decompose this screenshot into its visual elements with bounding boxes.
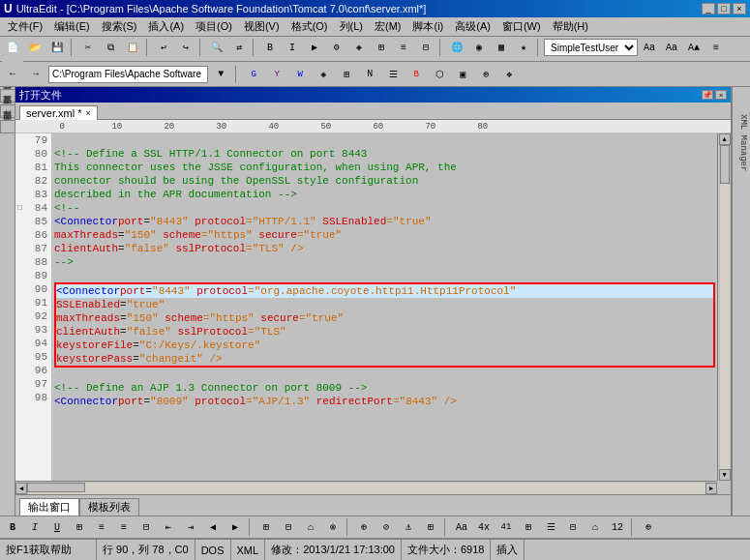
fmt-indent1[interactable]: ⊞ xyxy=(69,517,90,537)
tb-btn18[interactable]: ◈ xyxy=(313,65,334,84)
tb-btn1[interactable]: B xyxy=(259,38,281,57)
menu-file[interactable]: 文件(F) xyxy=(2,17,48,36)
tb-btn20[interactable]: N xyxy=(359,65,380,84)
fmt-btn12[interactable]: ⊞ xyxy=(420,517,441,537)
fmt-btn4[interactable]: ▶ xyxy=(225,517,246,537)
open-button[interactable]: 📂 xyxy=(24,38,45,57)
fmt-btn10[interactable]: ⊘ xyxy=(375,517,397,537)
fmt-btn20[interactable]: 12 xyxy=(607,517,628,537)
fmt-btn16[interactable]: ⊞ xyxy=(518,517,539,537)
tb-btn13[interactable]: Aa xyxy=(639,38,660,57)
fmt-btn21[interactable]: ⊕ xyxy=(638,517,659,537)
scroll-track-h[interactable] xyxy=(27,483,705,494)
fmt-btn5[interactable]: ⊞ xyxy=(255,517,277,537)
tb-btn4[interactable]: ⚙ xyxy=(326,38,347,57)
tb-btn2[interactable]: I xyxy=(282,38,303,57)
tb-btn9[interactable]: 🌐 xyxy=(446,38,467,57)
fmt-btn17[interactable]: ☰ xyxy=(540,517,561,537)
fmt-btn2[interactable]: ⇥ xyxy=(180,517,201,537)
simplified-chinese-label[interactable]: 简体中文 xyxy=(732,87,750,95)
path-btn2[interactable]: → xyxy=(25,65,46,84)
scroll-left-button[interactable]: ◀ xyxy=(15,483,27,494)
fmt-underline[interactable]: U xyxy=(46,517,68,537)
tb-btn3[interactable]: ▶ xyxy=(304,38,325,57)
tb-btn25[interactable]: ⊕ xyxy=(475,65,496,84)
tb-btn19[interactable]: ⊞ xyxy=(336,65,357,84)
user-dropdown[interactable]: SimpleTestUser xyxy=(544,39,638,56)
maximize-button[interactable]: □ xyxy=(717,3,731,15)
tb-btn14[interactable]: Aa xyxy=(661,38,682,57)
menu-edit[interactable]: 编辑(E) xyxy=(48,17,96,36)
fmt-btn8[interactable]: ⊗ xyxy=(322,517,344,537)
resource-manager-label[interactable]: 资源管理 xyxy=(0,104,15,118)
menu-format[interactable]: 格式(O) xyxy=(285,17,334,36)
tab-server-xml[interactable]: server.xml * × xyxy=(19,105,98,120)
tab-template[interactable]: 模板列表 xyxy=(79,498,139,516)
paste-button[interactable]: 📋 xyxy=(122,38,143,57)
code-content[interactable]: <!-- Define a SSL HTTP/1.1 Connector on … xyxy=(52,133,717,481)
tb-btn12[interactable]: ★ xyxy=(513,38,534,57)
panel-close-button[interactable]: × xyxy=(715,90,727,100)
cut-button[interactable]: ✂ xyxy=(77,38,99,57)
new-button[interactable]: 📄 xyxy=(2,38,23,57)
tab-close-button[interactable]: × xyxy=(85,108,90,118)
fmt-btn6[interactable]: ⊟ xyxy=(278,517,299,537)
tb-btn10[interactable]: ◉ xyxy=(468,38,490,57)
vertical-scrollbar[interactable]: ▲ ▼ xyxy=(717,133,731,481)
tb-btn11[interactable]: ▦ xyxy=(491,38,512,57)
fmt-indent4[interactable]: ⊟ xyxy=(135,517,157,537)
close-button[interactable]: × xyxy=(733,3,746,15)
tb-btn26[interactable]: ❖ xyxy=(498,65,520,84)
panel-pin-button[interactable]: 📌 xyxy=(702,90,713,100)
menu-help[interactable]: 帮助(H) xyxy=(547,17,594,36)
fmt-btn14[interactable]: 4x xyxy=(473,517,495,537)
scroll-thumb-v[interactable] xyxy=(720,145,730,184)
tb-google[interactable]: G xyxy=(243,65,264,84)
menu-column[interactable]: 列(L) xyxy=(334,17,369,36)
menu-advanced[interactable]: 高级(A) xyxy=(449,17,496,36)
tb-yahoo[interactable]: Y xyxy=(266,65,287,84)
tb-word[interactable]: W xyxy=(289,65,311,84)
gallery-dict-label[interactable]: 图库字典 xyxy=(732,103,750,110)
traditional-chinese-label[interactable]: 繁体中文 xyxy=(732,95,750,103)
xml-manager-label[interactable]: XML Manager xyxy=(732,110,750,516)
fmt-btn11[interactable]: ⚓ xyxy=(398,517,419,537)
fmt-btn9[interactable]: ⊕ xyxy=(353,517,375,537)
path-input[interactable]: C:\Program Files\Apache Software ▼ xyxy=(48,66,208,83)
menu-search[interactable]: 搜索(S) xyxy=(96,17,143,36)
tb-btn21[interactable]: ☰ xyxy=(382,65,404,84)
minimize-button[interactable]: _ xyxy=(702,3,715,15)
tb-btn8[interactable]: ⊟ xyxy=(415,38,436,57)
fmt-italic[interactable]: I xyxy=(24,517,45,537)
save-button[interactable]: 💾 xyxy=(46,38,68,57)
scroll-up-button[interactable]: ▲ xyxy=(719,133,731,145)
tb-btn16[interactable]: ≡ xyxy=(705,38,727,57)
tb-btn6[interactable]: ⊞ xyxy=(371,38,392,57)
tb-btn23[interactable]: ⬡ xyxy=(429,65,450,84)
gallery-manager-label[interactable]: 图库管理 xyxy=(0,120,15,133)
tab-output[interactable]: 输出窗口 xyxy=(19,498,79,516)
fmt-indent2[interactable]: ≡ xyxy=(91,517,112,537)
fmt-btn1[interactable]: ⇤ xyxy=(158,517,179,537)
scroll-down-button[interactable]: ▼ xyxy=(719,469,731,481)
fmt-bold[interactable]: B xyxy=(2,517,23,537)
tb-btn24[interactable]: ▣ xyxy=(452,65,473,84)
menu-window[interactable]: 窗口(W) xyxy=(496,17,547,36)
copy-button[interactable]: ⧉ xyxy=(100,38,121,57)
tb-btn22[interactable]: B xyxy=(405,65,427,84)
path-dropdown[interactable]: ▼ xyxy=(210,65,231,84)
fmt-indent3[interactable]: ≡ xyxy=(113,517,135,537)
fmt-btn3[interactable]: ◀ xyxy=(202,517,224,537)
project-manager-label[interactable]: 项目管理 xyxy=(0,89,15,103)
tb-btn5[interactable]: ◈ xyxy=(348,38,370,57)
find-button[interactable]: 🔍 xyxy=(206,38,227,57)
menu-insert[interactable]: 插入(A) xyxy=(142,17,190,36)
fmt-btn18[interactable]: ⊟ xyxy=(562,517,584,537)
menu-project[interactable]: 项目(O) xyxy=(190,17,238,36)
tb-btn7[interactable]: ≡ xyxy=(393,38,414,57)
fmt-btn13[interactable]: Aa xyxy=(451,517,472,537)
scroll-right-button[interactable]: ▶ xyxy=(705,483,717,494)
menu-view[interactable]: 视图(V) xyxy=(238,17,285,36)
fmt-btn7[interactable]: ⌂ xyxy=(300,517,321,537)
path-btn1[interactable]: ← xyxy=(2,65,23,84)
